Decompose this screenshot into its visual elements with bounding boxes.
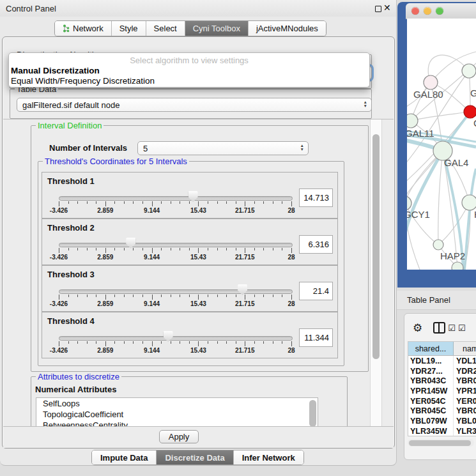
- table-row[interactable]: YBR043CYBR04: [408, 376, 476, 386]
- scale-label: 9.144: [144, 254, 160, 261]
- threshold-label: Threshold 3: [47, 270, 95, 279]
- tab-network[interactable]: Network: [55, 21, 112, 36]
- table-row[interactable]: YPR145WYPR14: [408, 386, 476, 396]
- table-horizontal-scrollbar[interactable]: [408, 439, 474, 447]
- network-node-gal11[interactable]: [407, 114, 418, 128]
- tick-mark: [59, 341, 59, 346]
- tick-mark: [142, 341, 143, 344]
- network-node-c[interactable]: [464, 105, 476, 118]
- algorithm-option[interactable]: Equal Width/Frequency Discretization: [11, 76, 155, 86]
- checkbox-icon[interactable]: ☑: [458, 323, 466, 333]
- tab-style[interactable]: Style: [112, 21, 146, 36]
- table-row[interactable]: YER054CYER05: [408, 396, 476, 406]
- checkbox-icon[interactable]: ☑: [448, 323, 456, 333]
- table-row[interactable]: YDL19...YDL19: [408, 356, 476, 366]
- close-traffic-light[interactable]: [411, 7, 419, 15]
- split-view-icon[interactable]: [433, 322, 445, 334]
- algorithm-option[interactable]: Manual Discretization: [11, 66, 100, 75]
- scale-label: -3.426: [50, 300, 68, 307]
- tick-mark: [254, 295, 255, 297]
- tick-mark: [161, 341, 162, 344]
- tab-select[interactable]: Select: [146, 21, 185, 36]
- tick-mark: [217, 295, 218, 297]
- threshold-label: Threshold 1: [47, 176, 95, 186]
- attribute-item[interactable]: TopologicalCoefficient: [36, 409, 318, 420]
- node-label: GCY1: [407, 209, 430, 220]
- tab-impute-data[interactable]: Impute Data: [92, 450, 157, 464]
- minimize-traffic-light[interactable]: [424, 7, 431, 15]
- table-horizontal-scrollbar-thumb[interactable]: [409, 440, 471, 446]
- float-window-icon[interactable]: [375, 6, 381, 12]
- slider-ticks: [59, 341, 291, 347]
- tick-mark: [245, 201, 245, 206]
- network-node-h[interactable]: [462, 195, 476, 210]
- scale-label: 21.715: [235, 347, 255, 354]
- network-edge: [438, 151, 443, 245]
- list-scrollbar[interactable]: [309, 400, 316, 427]
- close-icon[interactable]: ✕: [383, 3, 391, 13]
- number-of-intervals-label: Number of Intervals: [49, 143, 127, 153]
- table-panel-title: Table Panel: [397, 295, 450, 305]
- tab-cyni-toolbox[interactable]: Cyni Toolbox: [185, 21, 249, 36]
- slider-track[interactable]: [59, 336, 293, 341]
- network-node[interactable]: [452, 262, 463, 270]
- table-cell: YDL19...: [408, 356, 454, 366]
- network-node-hap2[interactable]: [433, 240, 443, 250]
- table-row[interactable]: YDR27...YDR27: [408, 366, 476, 376]
- threshold-value-field[interactable]: 14.713: [299, 188, 333, 207]
- tab-infer-network[interactable]: Infer Network: [234, 450, 303, 464]
- viewport-scrollbar[interactable]: [370, 119, 382, 427]
- scale-label: -3.426: [50, 254, 68, 261]
- number-of-intervals-value: 5: [143, 144, 148, 153]
- apply-button[interactable]: Apply: [159, 430, 199, 443]
- network-node-gal80[interactable]: [424, 75, 438, 89]
- zoom-traffic-light[interactable]: [436, 7, 443, 15]
- network-window-titlebar: [406, 3, 476, 19]
- tick-mark: [208, 201, 208, 204]
- tick-mark: [263, 295, 264, 297]
- node-label: HAP2: [440, 250, 465, 261]
- threshold-value-field[interactable]: 21.4: [299, 282, 333, 300]
- scale-label: 28: [288, 254, 295, 261]
- table-cell: YBR043C: [408, 376, 454, 386]
- threshold-value-field[interactable]: 11.344: [299, 328, 333, 347]
- threshold-label: Threshold 2: [47, 223, 95, 233]
- slider-scale-labels: -3.4262.8599.14415.4321.71528: [59, 207, 291, 215]
- table-panel-container: ⚙ ☑ ☑ shared...name YDL19...YDL19YDR27..…: [404, 313, 476, 460]
- slider-scale-labels: -3.4262.8599.14415.4321.71528: [59, 254, 291, 261]
- number-of-intervals-combo[interactable]: 5 ▲▼: [137, 141, 309, 155]
- column-header-2[interactable]: name: [454, 342, 476, 355]
- numerical-attributes-list[interactable]: SelfLoopsTopologicalCoefficientBetweenne…: [36, 397, 318, 427]
- table-row[interactable]: YBL079WYBL07: [408, 416, 476, 426]
- window-title: Control Panel: [6, 4, 56, 13]
- table-cell: YBR04: [454, 376, 476, 386]
- tab-jactivemnodules[interactable]: jActiveMNodules: [249, 21, 326, 36]
- tab-discretize-data[interactable]: Discretize Data: [157, 450, 233, 464]
- gear-icon[interactable]: ⚙: [413, 321, 422, 335]
- threshold-value-field[interactable]: 6.316: [299, 235, 333, 254]
- tick-mark: [77, 295, 78, 297]
- slider-scale-labels: -3.4262.8599.14415.4321.71528: [59, 300, 291, 308]
- slider-track[interactable]: [59, 243, 293, 247]
- table-row[interactable]: YBR045CYBR04: [408, 406, 476, 416]
- slider-track[interactable]: [59, 196, 293, 201]
- tick-mark: [77, 341, 78, 344]
- tab-label: Network: [73, 24, 104, 33]
- network-node-ga[interactable]: [462, 64, 476, 78]
- tick-mark: [291, 248, 292, 253]
- combo-arrows-icon: ▲▼: [364, 100, 367, 108]
- table-body: YDL19...YDL19YDR27...YDR27YBR043CYBR04YP…: [408, 356, 476, 436]
- viewport-scrollbar-thumb[interactable]: [372, 134, 380, 359]
- column-header-1[interactable]: shared...: [408, 342, 454, 355]
- table-data-combo[interactable]: galFiltered.sif default node ▲▼: [17, 98, 372, 112]
- attribute-item[interactable]: SelfLoops: [36, 398, 318, 409]
- network-canvas[interactable]: GAL80GACGAL11GAL4GCY1HHAP2: [407, 19, 476, 270]
- table-row[interactable]: YIL052CYIL05: [408, 436, 476, 437]
- table-row[interactable]: YLR345WYLR34: [408, 426, 476, 436]
- tick-mark: [189, 248, 190, 250]
- slider-track[interactable]: [59, 289, 293, 294]
- network-node-gcy1[interactable]: [407, 196, 411, 210]
- top-tab-bar: NetworkStyleSelectCyni ToolboxjActiveMNo…: [54, 20, 326, 36]
- scale-label: -3.426: [50, 207, 68, 214]
- scale-label: 9.144: [144, 207, 160, 214]
